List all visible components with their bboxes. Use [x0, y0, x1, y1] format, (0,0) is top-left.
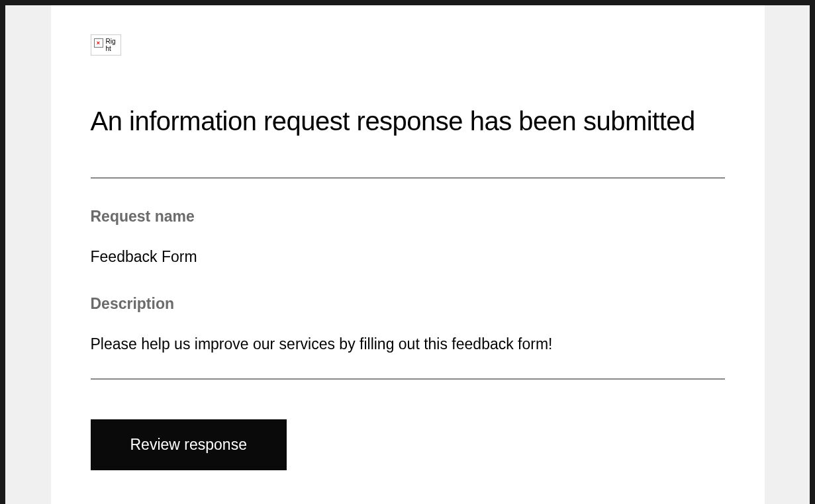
- page-title: An information request response has been…: [91, 105, 725, 138]
- description-value: Please help us improve our services by f…: [91, 335, 725, 353]
- broken-image-icon: ×: [94, 38, 103, 48]
- request-name-value: Feedback Form: [91, 248, 725, 266]
- bottom-divider: [91, 378, 725, 380]
- broken-image-placeholder: × Right: [91, 34, 121, 56]
- description-label: Description: [91, 295, 725, 313]
- request-name-label: Request name: [91, 208, 725, 226]
- top-divider: [91, 177, 725, 179]
- review-response-button[interactable]: Review response: [91, 419, 287, 470]
- page-background: × Right An information request response …: [5, 5, 810, 504]
- content-card: × Right An information request response …: [51, 5, 765, 504]
- broken-image-alt-text: Right: [106, 38, 117, 52]
